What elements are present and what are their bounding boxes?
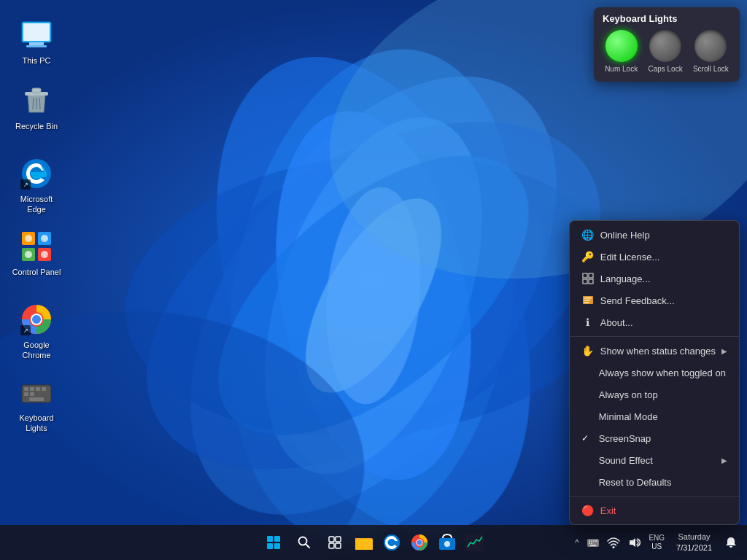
svg-rect-43 <box>30 392 34 396</box>
svg-rect-73 <box>589 540 590 542</box>
menu-item-minimal-mode[interactable]: Minimal Mode <box>570 405 739 427</box>
notification-button[interactable] <box>721 528 741 557</box>
svg-line-19 <box>33 98 34 109</box>
svg-rect-45 <box>583 273 587 278</box>
svg-point-68 <box>417 540 422 545</box>
separator-2 <box>570 496 739 497</box>
svg-point-28 <box>41 235 48 242</box>
svg-rect-74 <box>591 540 592 542</box>
svg-rect-18 <box>32 88 41 93</box>
num-lock-label: Num Lock <box>605 65 638 73</box>
svg-rect-60 <box>336 537 341 542</box>
show-status-icon: ✋ <box>581 344 595 357</box>
svg-rect-15 <box>29 42 44 45</box>
sound-effect-label: Sound Effect <box>599 455 653 466</box>
svg-rect-54 <box>274 536 280 542</box>
taskbar: ^ <box>0 525 747 560</box>
menu-item-online-help[interactable]: 🌐 Online Help <box>570 224 739 246</box>
online-help-icon: 🌐 <box>581 228 595 241</box>
svg-rect-51 <box>584 300 590 301</box>
edit-license-label: Edit License... <box>600 252 660 262</box>
tray-volume-icon[interactable] <box>625 534 643 551</box>
svg-line-21 <box>39 98 40 109</box>
svg-point-36 <box>32 315 41 324</box>
svg-rect-52 <box>584 302 589 303</box>
svg-rect-14 <box>23 23 50 41</box>
svg-rect-55 <box>267 543 273 549</box>
svg-rect-39 <box>30 387 34 391</box>
tray-keyboard-icon[interactable] <box>584 534 602 551</box>
menu-item-screensnap[interactable]: ✓ ScreenSnap <box>570 427 739 449</box>
tray-network-icon[interactable] <box>605 534 622 551</box>
svg-rect-75 <box>593 540 595 542</box>
svg-rect-76 <box>595 540 597 542</box>
language-indicator[interactable]: ENG US <box>646 534 667 551</box>
show-status-arrow: ▶ <box>721 347 727 355</box>
svg-point-30 <box>41 251 48 258</box>
menu-item-edit-license[interactable]: 🔑 Edit License... <box>570 246 739 268</box>
sound-effect-arrow: ▶ <box>721 456 727 464</box>
context-menu: 🌐 Online Help 🔑 Edit License... Language… <box>569 220 740 525</box>
desktop-icon-control-panel[interactable]: Control Panel <box>7 226 66 280</box>
svg-rect-50 <box>584 298 592 299</box>
svg-rect-16 <box>26 45 47 47</box>
num-lock-circle <box>605 30 638 62</box>
search-button[interactable] <box>290 528 319 557</box>
send-feedback-label: Send Feedback... <box>600 295 675 306</box>
svg-point-29 <box>25 251 32 258</box>
minimal-mode-label: Minimal Mode <box>599 411 658 422</box>
language-label: Language... <box>600 273 651 284</box>
svg-point-70 <box>444 541 450 547</box>
desktop-icon-this-pc[interactable]: This PC <box>7 15 66 69</box>
start-button[interactable] <box>259 528 288 557</box>
exit-icon: 🔴 <box>581 504 595 517</box>
caps-lock-circle <box>649 30 681 62</box>
menu-item-show-status[interactable]: ✋ Show when status changes ▶ <box>570 340 739 362</box>
svg-point-27 <box>25 235 32 242</box>
svg-rect-56 <box>274 543 280 549</box>
scroll-lock-light: Scroll Lock <box>693 30 729 73</box>
menu-item-exit[interactable]: 🔴 Exit <box>570 499 739 521</box>
caps-lock-light: Caps Lock <box>648 30 682 73</box>
num-lock-light: Num Lock <box>605 30 638 73</box>
edit-license-icon: 🔑 <box>581 250 595 263</box>
about-icon: ℹ <box>581 316 595 329</box>
menu-item-send-feedback[interactable]: Send Feedback... <box>570 289 739 311</box>
always-show-label: Always show when toggled on <box>599 368 726 378</box>
taskbar-edge[interactable] <box>379 529 405 556</box>
separator-1 <box>570 336 739 337</box>
taskbar-file-explorer[interactable] <box>351 529 377 556</box>
svg-rect-38 <box>24 387 28 391</box>
tray-expand-button[interactable]: ^ <box>572 538 581 547</box>
desktop-icon-recycle-bin[interactable]: Recycle Bin <box>7 80 66 134</box>
svg-rect-78 <box>591 542 592 544</box>
menu-item-always-show-toggled[interactable]: Always show when toggled on <box>570 362 739 384</box>
menu-item-about[interactable]: ℹ About... <box>570 311 739 333</box>
taskbar-chrome[interactable] <box>406 529 433 556</box>
task-view-button[interactable] <box>320 528 349 557</box>
language-icon <box>581 272 595 285</box>
system-clock[interactable]: Saturday 7/31/2021 <box>670 532 718 554</box>
svg-rect-42 <box>24 392 28 396</box>
show-status-label: Show when status changes <box>600 346 716 357</box>
svg-rect-46 <box>589 273 593 278</box>
desktop-icon-google-chrome[interactable]: ↗ Google Chrome <box>7 299 66 364</box>
desktop-icon-keyboard-lights[interactable]: Keyboard Lights <box>7 372 66 437</box>
scroll-lock-circle <box>694 30 727 62</box>
svg-rect-59 <box>329 537 334 542</box>
desktop-icon-microsoft-edge[interactable]: ↗ Microsoft Edge <box>7 153 66 218</box>
about-label: About... <box>600 317 633 328</box>
taskbar-finance[interactable] <box>462 529 488 556</box>
menu-item-reset-defaults[interactable]: Reset to Defaults <box>570 471 739 493</box>
svg-rect-79 <box>590 545 596 546</box>
always-on-top-label: Always on top <box>599 389 658 400</box>
taskbar-store[interactable] <box>434 529 460 556</box>
svg-point-80 <box>613 546 615 548</box>
menu-item-always-on-top[interactable]: Always on top <box>570 384 739 405</box>
exit-label: Exit <box>600 505 616 516</box>
lights-row: Num Lock Caps Lock Scroll Lock <box>603 30 731 73</box>
svg-rect-41 <box>42 387 46 391</box>
svg-rect-44 <box>29 397 44 401</box>
menu-item-sound-effect[interactable]: Sound Effect ▶ <box>570 449 739 471</box>
menu-item-language[interactable]: Language... <box>570 268 739 289</box>
